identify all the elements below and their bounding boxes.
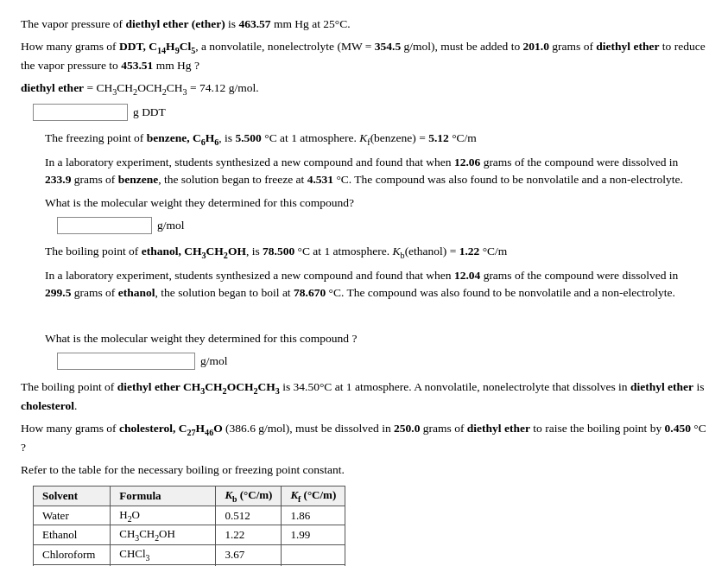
section2-line2: In a laboratory experiment, students syn… — [45, 154, 707, 189]
section3-question: What is the molecular weight they determ… — [45, 330, 707, 347]
table-header-solvent: Solvent — [34, 487, 111, 506]
section2-line1: The freezing point of benzene, C6H6, is … — [45, 130, 707, 149]
section1-line2: How many grams of DDT, C14H9Cl5, a nonvo… — [21, 38, 707, 74]
table-row: Chloroform CHCl3 3.67 — [34, 545, 345, 565]
table-row: Water H2O 0.512 1.86 — [34, 506, 345, 525]
table-header-kf: Kf (°C/m) — [282, 487, 345, 506]
section3-line3 — [45, 307, 707, 324]
table-header-kb: Kb (°C/m) — [216, 487, 282, 506]
solvent-chloroform: Chloroform — [34, 545, 111, 565]
kb-chloroform: 3.67 — [216, 545, 282, 565]
section2-answer-row: g/mol — [57, 217, 707, 234]
ddt-input[interactable] — [33, 104, 128, 121]
section1-formula: diethyl ether = CH3CH2OCH2CH3 = 74.12 g/… — [21, 79, 707, 99]
section3-line1: The boiling point of ethanol, CH3CH2OH, … — [45, 243, 707, 262]
table-header-formula: Formula — [111, 487, 216, 506]
section-cholesterol: The boiling point of diethyl ether CH3CH… — [21, 378, 707, 566]
section-vapor-pressure-ether: The vapor pressure of diethyl ether (eth… — [21, 16, 707, 121]
formula-chloroform: CHCl3 — [111, 545, 216, 565]
section4-line3: Refer to the table for the necessary boi… — [21, 461, 707, 479]
section1-answer-row: g DDT — [33, 104, 707, 121]
ethanol-mw-label: g/mol — [200, 354, 228, 368]
solvent-ethanol: Ethanol — [34, 525, 111, 545]
table-row: Ethanol CH3CH2OH 1.22 1.99 — [34, 525, 345, 545]
section4-line2: How many grams of cholesterol, C27H46O (… — [21, 420, 707, 456]
kf-chloroform — [282, 545, 345, 565]
ddt-label: g DDT — [133, 105, 166, 119]
kb-ethanol: 1.22 — [216, 525, 282, 545]
constants-table: Solvent Formula Kb (°C/m) Kf (°C/m) Wate… — [33, 486, 345, 566]
section4-line1: The boiling point of diethyl ether CH3CH… — [21, 378, 707, 415]
benzene-mw-input[interactable] — [57, 217, 152, 234]
section2-line3: What is the molecular weight they determ… — [45, 194, 707, 212]
section3-answer-row: g/mol — [57, 353, 707, 370]
formula-ethanol: CH3CH2OH — [111, 525, 216, 545]
section-boiling-ethanol: The boiling point of ethanol, CH3CH2OH, … — [45, 243, 707, 370]
formula-water: H2O — [111, 506, 216, 525]
section1-line1: The vapor pressure of diethyl ether (eth… — [21, 16, 707, 33]
kf-water: 1.86 — [282, 506, 345, 525]
section-freezing-benzene: The freezing point of benzene, C6H6, is … — [45, 130, 707, 234]
kb-water: 0.512 — [216, 506, 282, 525]
main-content: The vapor pressure of diethyl ether (eth… — [21, 16, 707, 566]
benzene-mw-label: g/mol — [157, 219, 185, 232]
kf-ethanol: 1.99 — [282, 525, 345, 545]
section3-line2: In a laboratory experiment, students syn… — [45, 267, 707, 302]
solvent-water: Water — [34, 506, 111, 525]
ethanol-mw-input[interactable] — [57, 353, 195, 370]
